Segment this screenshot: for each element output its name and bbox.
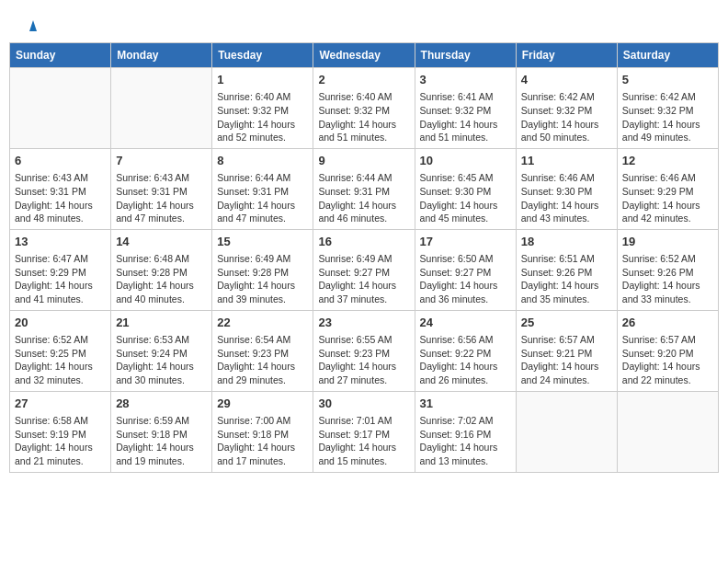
day-number: 14 — [116, 234, 207, 250]
day-number: 20 — [15, 315, 106, 331]
calendar-cell: 30Sunrise: 7:01 AMSunset: 9:17 PMDayligh… — [313, 391, 415, 472]
day-info: Sunrise: 7:02 AMSunset: 9:16 PMDaylight:… — [420, 414, 511, 468]
day-info: Sunrise: 6:52 AMSunset: 9:25 PMDaylight:… — [15, 333, 106, 387]
day-number: 23 — [318, 315, 409, 331]
day-number: 12 — [622, 153, 713, 169]
calendar-cell: 12Sunrise: 6:46 AMSunset: 9:29 PMDayligh… — [617, 148, 718, 229]
calendar-cell: 3Sunrise: 6:41 AMSunset: 9:32 PMDaylight… — [415, 68, 516, 149]
day-number: 26 — [622, 315, 713, 331]
calendar-cell: 2Sunrise: 6:40 AMSunset: 9:32 PMDaylight… — [313, 68, 415, 149]
day-info: Sunrise: 6:46 AMSunset: 9:30 PMDaylight:… — [521, 171, 612, 225]
svg-marker-0 — [29, 20, 37, 31]
day-number: 16 — [318, 234, 409, 250]
calendar-cell: 22Sunrise: 6:54 AMSunset: 9:23 PMDayligh… — [212, 310, 313, 391]
day-info: Sunrise: 6:57 AMSunset: 9:21 PMDaylight:… — [521, 333, 612, 387]
page-header — [9, 9, 719, 38]
calendar-cell: 20Sunrise: 6:52 AMSunset: 9:25 PMDayligh… — [10, 310, 111, 391]
day-number: 2 — [318, 72, 409, 88]
calendar-cell: 14Sunrise: 6:48 AMSunset: 9:28 PMDayligh… — [111, 229, 212, 310]
day-info: Sunrise: 6:55 AMSunset: 9:23 PMDaylight:… — [318, 333, 409, 387]
day-number: 24 — [420, 315, 511, 331]
calendar-cell — [111, 68, 212, 149]
calendar-cell — [516, 391, 617, 472]
calendar-cell: 28Sunrise: 6:59 AMSunset: 9:18 PMDayligh… — [111, 391, 212, 472]
day-number: 15 — [217, 234, 308, 250]
day-info: Sunrise: 6:59 AMSunset: 9:18 PMDaylight:… — [116, 414, 207, 468]
day-number: 8 — [217, 153, 308, 169]
calendar-weekday-sunday: Sunday — [10, 43, 111, 68]
day-info: Sunrise: 6:44 AMSunset: 9:31 PMDaylight:… — [217, 171, 308, 225]
calendar-cell: 25Sunrise: 6:57 AMSunset: 9:21 PMDayligh… — [516, 310, 617, 391]
day-info: Sunrise: 6:40 AMSunset: 9:32 PMDaylight:… — [217, 90, 308, 144]
day-info: Sunrise: 6:49 AMSunset: 9:28 PMDaylight:… — [217, 252, 308, 306]
day-info: Sunrise: 6:42 AMSunset: 9:32 PMDaylight:… — [521, 90, 612, 144]
calendar-week-row-1: 1Sunrise: 6:40 AMSunset: 9:32 PMDaylight… — [10, 68, 719, 149]
calendar-cell — [10, 68, 111, 149]
calendar-weekday-thursday: Thursday — [415, 43, 516, 68]
calendar-cell: 23Sunrise: 6:55 AMSunset: 9:23 PMDayligh… — [313, 310, 415, 391]
calendar-cell: 8Sunrise: 6:44 AMSunset: 9:31 PMDaylight… — [212, 148, 313, 229]
day-number: 31 — [420, 396, 511, 412]
calendar-cell: 9Sunrise: 6:44 AMSunset: 9:31 PMDaylight… — [313, 148, 415, 229]
day-number: 1 — [217, 72, 308, 88]
calendar-cell: 10Sunrise: 6:45 AMSunset: 9:30 PMDayligh… — [415, 148, 516, 229]
day-number: 27 — [15, 396, 106, 412]
day-info: Sunrise: 6:40 AMSunset: 9:32 PMDaylight:… — [318, 90, 409, 144]
day-number: 29 — [217, 396, 308, 412]
calendar-cell: 13Sunrise: 6:47 AMSunset: 9:29 PMDayligh… — [10, 229, 111, 310]
day-info: Sunrise: 6:46 AMSunset: 9:29 PMDaylight:… — [622, 171, 713, 225]
day-number: 11 — [521, 153, 612, 169]
calendar-week-row-2: 6Sunrise: 6:43 AMSunset: 9:31 PMDaylight… — [10, 148, 719, 229]
day-info: Sunrise: 7:00 AMSunset: 9:18 PMDaylight:… — [217, 414, 308, 468]
day-info: Sunrise: 6:58 AMSunset: 9:19 PMDaylight:… — [15, 414, 106, 468]
day-info: Sunrise: 6:53 AMSunset: 9:24 PMDaylight:… — [116, 333, 207, 387]
day-info: Sunrise: 6:42 AMSunset: 9:32 PMDaylight:… — [622, 90, 713, 144]
calendar-cell: 11Sunrise: 6:46 AMSunset: 9:30 PMDayligh… — [516, 148, 617, 229]
calendar-cell: 26Sunrise: 6:57 AMSunset: 9:20 PMDayligh… — [617, 310, 718, 391]
calendar-cell: 7Sunrise: 6:43 AMSunset: 9:31 PMDaylight… — [111, 148, 212, 229]
calendar-cell: 15Sunrise: 6:49 AMSunset: 9:28 PMDayligh… — [212, 229, 313, 310]
calendar-week-row-4: 20Sunrise: 6:52 AMSunset: 9:25 PMDayligh… — [10, 310, 719, 391]
calendar-cell: 29Sunrise: 7:00 AMSunset: 9:18 PMDayligh… — [212, 391, 313, 472]
calendar-cell: 18Sunrise: 6:51 AMSunset: 9:26 PMDayligh… — [516, 229, 617, 310]
day-info: Sunrise: 6:44 AMSunset: 9:31 PMDaylight:… — [318, 171, 409, 225]
calendar-weekday-wednesday: Wednesday — [313, 43, 415, 68]
calendar-cell: 19Sunrise: 6:52 AMSunset: 9:26 PMDayligh… — [617, 229, 718, 310]
day-info: Sunrise: 6:50 AMSunset: 9:27 PMDaylight:… — [420, 252, 511, 306]
day-info: Sunrise: 6:48 AMSunset: 9:28 PMDaylight:… — [116, 252, 207, 306]
day-info: Sunrise: 6:51 AMSunset: 9:26 PMDaylight:… — [521, 252, 612, 306]
day-info: Sunrise: 6:52 AMSunset: 9:26 PMDaylight:… — [622, 252, 713, 306]
day-number: 22 — [217, 315, 308, 331]
calendar-table: SundayMondayTuesdayWednesdayThursdayFrid… — [9, 42, 719, 473]
calendar-cell: 27Sunrise: 6:58 AMSunset: 9:19 PMDayligh… — [10, 391, 111, 472]
day-info: Sunrise: 6:43 AMSunset: 9:31 PMDaylight:… — [116, 171, 207, 225]
calendar-cell: 24Sunrise: 6:56 AMSunset: 9:22 PMDayligh… — [415, 310, 516, 391]
calendar-week-row-3: 13Sunrise: 6:47 AMSunset: 9:29 PMDayligh… — [10, 229, 719, 310]
day-number: 13 — [15, 234, 106, 250]
day-number: 9 — [318, 153, 409, 169]
day-number: 6 — [15, 153, 106, 169]
day-info: Sunrise: 6:54 AMSunset: 9:23 PMDaylight:… — [217, 333, 308, 387]
day-number: 17 — [420, 234, 511, 250]
day-info: Sunrise: 6:57 AMSunset: 9:20 PMDaylight:… — [622, 333, 713, 387]
day-number: 4 — [521, 72, 612, 88]
day-info: Sunrise: 6:41 AMSunset: 9:32 PMDaylight:… — [420, 90, 511, 144]
calendar-weekday-friday: Friday — [516, 43, 617, 68]
day-number: 5 — [622, 72, 713, 88]
calendar-cell: 17Sunrise: 6:50 AMSunset: 9:27 PMDayligh… — [415, 229, 516, 310]
day-number: 19 — [622, 234, 713, 250]
calendar-cell: 21Sunrise: 6:53 AMSunset: 9:24 PMDayligh… — [111, 310, 212, 391]
day-info: Sunrise: 6:45 AMSunset: 9:30 PMDaylight:… — [420, 171, 511, 225]
day-info: Sunrise: 6:56 AMSunset: 9:22 PMDaylight:… — [420, 333, 511, 387]
calendar-cell: 1Sunrise: 6:40 AMSunset: 9:32 PMDaylight… — [212, 68, 313, 149]
calendar-weekday-monday: Monday — [111, 43, 212, 68]
calendar-cell: 6Sunrise: 6:43 AMSunset: 9:31 PMDaylight… — [10, 148, 111, 229]
day-number: 25 — [521, 315, 612, 331]
day-info: Sunrise: 7:01 AMSunset: 9:17 PMDaylight:… — [318, 414, 409, 468]
day-number: 3 — [420, 72, 511, 88]
logo-triangle-icon — [25, 17, 41, 33]
day-info: Sunrise: 6:49 AMSunset: 9:27 PMDaylight:… — [318, 252, 409, 306]
calendar-cell — [617, 391, 718, 472]
day-info: Sunrise: 6:47 AMSunset: 9:29 PMDaylight:… — [15, 252, 106, 306]
calendar-header-row: SundayMondayTuesdayWednesdayThursdayFrid… — [10, 43, 719, 68]
